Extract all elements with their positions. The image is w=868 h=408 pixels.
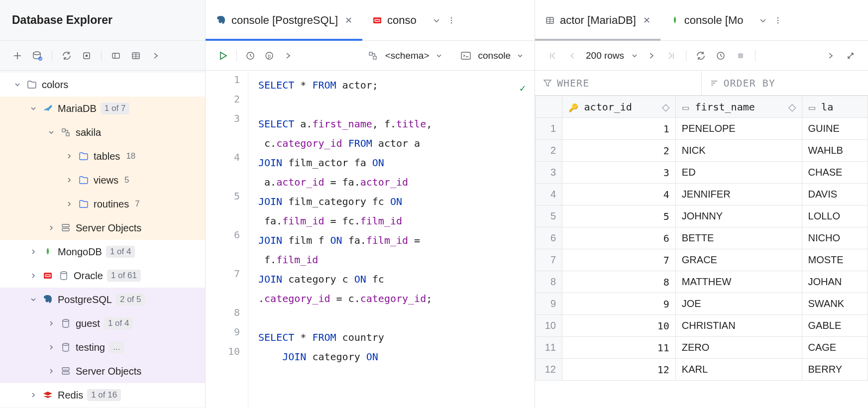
table-row[interactable]: 8 8 MATTHEW JOHAN <box>536 271 868 293</box>
history-icon[interactable] <box>244 49 257 62</box>
tree-item-server-objects[interactable]: Server Objects <box>0 359 205 383</box>
tab-console-mongodb[interactable]: console [Mo <box>660 0 754 40</box>
cell-actor-id[interactable]: 4 <box>562 184 676 205</box>
chevron-right-icon[interactable] <box>824 49 837 62</box>
more-icon[interactable] <box>774 16 782 24</box>
chevron-right-icon[interactable] <box>149 49 162 62</box>
cell-actor-id[interactable]: 7 <box>562 249 676 271</box>
tree-item-sakila[interactable]: sakila <box>0 120 205 144</box>
cell-first-name[interactable]: NICK <box>675 140 802 162</box>
cell-last-name[interactable]: MOSTE <box>802 249 868 271</box>
tree-item-colors[interactable]: colors <box>0 73 205 97</box>
stop-icon[interactable] <box>80 49 93 62</box>
table-row[interactable]: 9 9 JOE SWANK <box>536 293 868 315</box>
datasource-properties-icon[interactable] <box>31 49 44 62</box>
table-view-icon[interactable] <box>129 49 142 62</box>
chevron-right-icon[interactable] <box>282 49 295 62</box>
layout-icon[interactable] <box>109 49 122 62</box>
close-icon[interactable]: ✕ <box>345 15 352 26</box>
cell-first-name[interactable]: ED <box>675 162 802 184</box>
tree-item-mongodb[interactable]: MongoDB 1 of 4 <box>0 240 205 264</box>
tree-item-mariadb[interactable]: MariaDB 1 of 7 <box>0 97 205 120</box>
cell-last-name[interactable]: DAVIS <box>802 184 868 205</box>
cell-actor-id[interactable]: 6 <box>562 227 676 249</box>
cell-first-name[interactable]: JOE <box>675 293 802 315</box>
sort-icon[interactable]: ◇ <box>788 101 796 113</box>
cell-actor-id[interactable]: 2 <box>562 140 676 162</box>
last-page-icon[interactable] <box>665 49 678 62</box>
cell-last-name[interactable]: JOHAN <box>802 271 868 293</box>
table-row[interactable]: 5 5 JOHNNY LOLLO <box>536 205 868 227</box>
cell-last-name[interactable]: LOLLO <box>802 205 868 227</box>
cell-first-name[interactable]: KARL <box>675 359 802 381</box>
cell-actor-id[interactable]: 10 <box>562 315 676 337</box>
cell-last-name[interactable]: GABLE <box>802 315 868 337</box>
stop-icon[interactable] <box>734 49 747 62</box>
cell-last-name[interactable]: GUINE <box>802 118 868 140</box>
cell-first-name[interactable]: CHRISTIAN <box>675 315 802 337</box>
cell-first-name[interactable]: GRACE <box>675 249 802 271</box>
column-header-first-name[interactable]: ▭ first_name ◇ <box>675 96 802 118</box>
tree-item-redis[interactable]: Redis 1 of 16 <box>0 383 205 407</box>
transaction-icon[interactable]: p <box>263 49 276 62</box>
column-header-last-name[interactable]: ▭ la <box>802 96 868 118</box>
chevron-down-icon[interactable] <box>517 52 524 59</box>
cell-last-name[interactable]: NICHO <box>802 227 868 249</box>
run-icon[interactable] <box>217 49 229 62</box>
cell-first-name[interactable]: JOHNNY <box>675 205 802 227</box>
column-header-actor-id[interactable]: 🔑 actor_id ◇ <box>562 96 676 118</box>
refresh-icon[interactable] <box>694 49 707 62</box>
cell-actor-id[interactable]: 1 <box>562 118 676 140</box>
cell-actor-id[interactable]: 5 <box>562 205 676 227</box>
cell-first-name[interactable]: BETTE <box>675 227 802 249</box>
cell-actor-id[interactable]: 8 <box>562 271 676 293</box>
cell-actor-id[interactable]: 3 <box>562 162 676 184</box>
cell-first-name[interactable]: JENNIFER <box>675 184 802 205</box>
chevron-down-icon[interactable] <box>435 52 442 59</box>
code-editor[interactable]: 12345678910 ✓ SELECT * FROM actor; SELEC… <box>206 71 535 408</box>
cell-first-name[interactable]: ZERO <box>675 337 802 359</box>
tab-console-postgresql[interactable]: console [PostgreSQL] ✕ <box>206 0 362 40</box>
tree-item-routines[interactable]: routines 7 <box>0 192 205 216</box>
tree-item-oracle[interactable]: Oracle 1 of 61 <box>0 264 205 288</box>
cell-last-name[interactable]: BERRY <box>802 359 868 381</box>
tree-item-guest[interactable]: guest 1 of 4 <box>0 311 205 335</box>
table-row[interactable]: 3 3 ED CHASE <box>536 162 868 184</box>
add-icon[interactable] <box>11 49 24 62</box>
row-count-label[interactable]: 200 rows <box>586 50 624 61</box>
cell-first-name[interactable]: MATTHEW <box>675 271 802 293</box>
cell-last-name[interactable]: CAGE <box>802 337 868 359</box>
table-row[interactable]: 12 12 KARL BERRY <box>536 359 868 381</box>
console-selector[interactable]: console <box>478 50 511 61</box>
close-icon[interactable]: ✕ <box>643 15 651 26</box>
cell-actor-id[interactable]: 9 <box>562 293 676 315</box>
chevron-down-icon[interactable] <box>433 16 440 24</box>
schema-selector[interactable]: <schema> <box>385 50 430 61</box>
data-grid[interactable]: 🔑 actor_id ◇ ▭ first_name ◇ ▭ la <box>535 96 868 408</box>
tree-item-tables[interactable]: tables 18 <box>0 144 205 168</box>
code-area[interactable]: ✓ SELECT * FROM actor; SELECT a.first_na… <box>248 71 535 408</box>
expand-icon[interactable] <box>844 49 857 62</box>
table-row[interactable]: 11 11 ZERO CAGE <box>536 337 868 359</box>
tab-actor-mariadb[interactable]: actor [MariaDB] ✕ <box>535 0 660 40</box>
table-row[interactable]: 10 10 CHRISTIAN GABLE <box>536 315 868 337</box>
chevron-down-icon[interactable] <box>759 16 767 24</box>
cell-last-name[interactable]: WAHLB <box>802 140 868 162</box>
cell-actor-id[interactable]: 11 <box>562 337 676 359</box>
table-row[interactable]: 4 4 JENNIFER DAVIS <box>536 184 868 205</box>
more-icon[interactable] <box>447 16 455 24</box>
cell-actor-id[interactable]: 12 <box>562 359 676 381</box>
table-row[interactable]: 6 6 BETTE NICHO <box>536 227 868 249</box>
sort-icon[interactable]: ◇ <box>662 101 669 113</box>
cell-last-name[interactable]: CHASE <box>802 162 868 184</box>
tree-item-views[interactable]: views 5 <box>0 168 205 192</box>
table-row[interactable]: 2 2 NICK WAHLB <box>536 140 868 162</box>
history-icon[interactable] <box>714 49 727 62</box>
orderby-filter[interactable]: ORDER BY <box>702 71 783 95</box>
next-page-icon[interactable] <box>645 49 658 62</box>
cell-last-name[interactable]: SWANK <box>802 293 868 315</box>
tree-item-server-objects[interactable]: Server Objects <box>0 216 205 240</box>
tree-item-postgresql[interactable]: PostgreSQL 2 of 5 <box>0 288 205 311</box>
chevron-down-icon[interactable] <box>631 52 638 59</box>
where-filter[interactable]: WHERE <box>535 71 702 95</box>
